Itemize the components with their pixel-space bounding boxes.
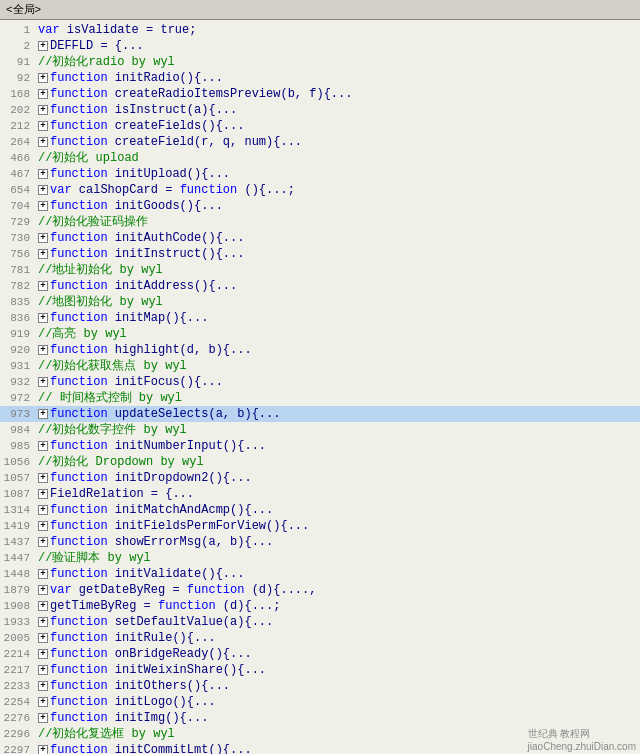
line-content: //初始化 upload [38,150,139,166]
line-content: +function initImg(){... [38,710,208,726]
code-text: function highlight(d, b){... [50,342,252,358]
line-content: //初始化获取焦点 by wyl [38,358,187,374]
expand-button[interactable]: + [38,201,48,211]
expand-button[interactable]: + [38,585,48,595]
code-text: function initRadio(){... [50,70,223,86]
expand-button[interactable]: + [38,569,48,579]
line-content: var isValidate = true; [38,22,196,38]
line-number: 168 [2,86,38,102]
expand-button[interactable]: + [38,169,48,179]
code-text: DEFFLD = {... [50,38,144,54]
line-content: // 时间格式控制 by wyl [38,390,182,406]
expand-button[interactable]: + [38,537,48,547]
code-text: //初始化 Dropdown by wyl [38,454,204,470]
table-row: 836+function initMap(){... [0,310,640,326]
expand-button[interactable]: + [38,489,48,499]
line-content: +function initRule(){... [38,630,216,646]
table-row: 202+function isInstruct(a){... [0,102,640,118]
line-content: +function isInstruct(a){... [38,102,237,118]
table-row: 730+function initAuthCode(){... [0,230,640,246]
expand-button[interactable]: + [38,601,48,611]
table-row: 835 //地图初始化 by wyl [0,294,640,310]
expand-button[interactable]: + [38,633,48,643]
table-row: 782+function initAddress(){... [0,278,640,294]
line-content: +function showErrorMsg(a, b){... [38,534,273,550]
line-content: +function initFieldsPermForView(){... [38,518,309,534]
table-row: 920+function highlight(d, b){... [0,342,640,358]
line-number: 2217 [2,662,38,678]
expand-button[interactable]: + [38,649,48,659]
table-row: 1056 //初始化 Dropdown by wyl [0,454,640,470]
code-text: function createFields(){... [50,118,244,134]
code-text: function createRadioItemsPreview(b, f){.… [50,86,352,102]
table-row: 467+function initUpload(){... [0,166,640,182]
code-text: function initUpload(){... [50,166,230,182]
code-text: //高亮 by wyl [38,326,127,342]
code-container[interactable]: 1 var isValidate = true;2+DEFFLD = {...9… [0,20,640,754]
code-text: function initOthers(){... [50,678,230,694]
table-row: 1419+function initFieldsPermForView(){..… [0,518,640,534]
expand-button[interactable]: + [38,521,48,531]
line-content: +function initInstruct(){... [38,246,244,262]
table-row: 973+function updateSelects(a, b){... [0,406,640,422]
table-row: 2233+function initOthers(){... [0,678,640,694]
code-text: function initWeixinShare(){... [50,662,266,678]
watermark: 世纪典 教程网jiaoCheng.zhuiDian.com [528,727,636,752]
expand-button[interactable]: + [38,73,48,83]
line-number: 212 [2,118,38,134]
code-text: function updateSelects(a, b){... [50,406,280,422]
table-row: 1448+function initValidate(){... [0,566,640,582]
line-number: 1437 [2,534,38,550]
line-number: 2005 [2,630,38,646]
line-number: 984 [2,422,38,438]
expand-button[interactable]: + [38,617,48,627]
line-number: 1 [2,22,38,38]
line-content: //初始化数字控件 by wyl [38,422,187,438]
expand-button[interactable]: + [38,121,48,131]
code-text: //初始化 upload [38,150,139,166]
expand-button[interactable]: + [38,713,48,723]
expand-button[interactable]: + [38,137,48,147]
expand-button[interactable]: + [38,41,48,51]
expand-button[interactable]: + [38,89,48,99]
code-text: //初始化验证码操作 [38,214,148,230]
expand-button[interactable]: + [38,345,48,355]
expand-button[interactable]: + [38,409,48,419]
expand-button[interactable]: + [38,441,48,451]
table-row: 984 //初始化数字控件 by wyl [0,422,640,438]
expand-button[interactable]: + [38,233,48,243]
line-content: //验证脚本 by wyl [38,550,151,566]
expand-button[interactable]: + [38,281,48,291]
expand-button[interactable]: + [38,681,48,691]
expand-button[interactable]: + [38,313,48,323]
table-row: 1933+function setDefaultValue(a){... [0,614,640,630]
expand-button[interactable]: + [38,697,48,707]
line-number: 931 [2,358,38,374]
table-row: 1314+function initMatchAndAcmp(){... [0,502,640,518]
line-number: 729 [2,214,38,230]
expand-button[interactable]: + [38,665,48,675]
expand-button[interactable]: + [38,473,48,483]
line-content: +function initDropdown2(){... [38,470,252,486]
expand-button[interactable]: + [38,249,48,259]
code-text: function initValidate(){... [50,566,244,582]
table-row: 2254+function initLogo(){... [0,694,640,710]
expand-button[interactable]: + [38,377,48,387]
line-number: 973 [2,406,38,422]
line-content: +var calShopCard = function (){...; [38,182,295,198]
code-text: //初始化数字控件 by wyl [38,422,187,438]
code-text: //初始化复选框 by wyl [38,726,175,742]
expand-button[interactable]: + [38,105,48,115]
code-text: function setDefaultValue(a){... [50,614,273,630]
line-content: +var getDateByReg = function (d){...., [38,582,316,598]
line-content: +function initRadio(){... [38,70,223,86]
expand-button[interactable]: + [38,505,48,515]
expand-button[interactable]: + [38,745,48,754]
line-number: 1087 [2,486,38,502]
line-content: +function initAddress(){... [38,278,237,294]
line-number: 1419 [2,518,38,534]
expand-button[interactable]: + [38,185,48,195]
table-row: 1 var isValidate = true; [0,22,640,38]
line-content: +DEFFLD = {... [38,38,144,54]
code-text: function initFieldsPermForView(){... [50,518,309,534]
